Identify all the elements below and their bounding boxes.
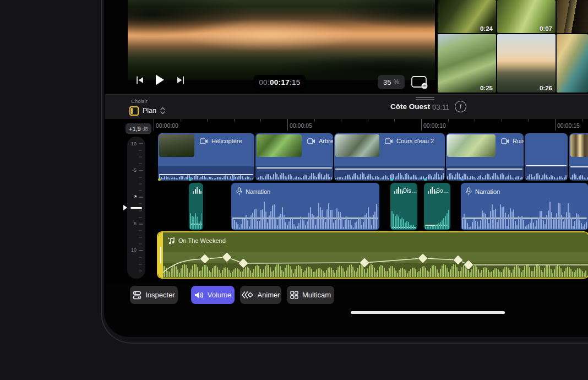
video-clip-name: Cours d'eau 2 bbox=[385, 138, 434, 144]
volume-keyframe[interactable] bbox=[222, 252, 232, 262]
clip-icon bbox=[129, 106, 139, 116]
audio-clip-waveform bbox=[232, 198, 378, 229]
camera-icon bbox=[501, 138, 509, 144]
microphone-icon bbox=[466, 187, 472, 196]
slider-tick bbox=[139, 177, 142, 178]
timecode-minsec: 00:17 bbox=[270, 78, 290, 86]
ruler-minor-tick bbox=[341, 119, 341, 122]
timecode-display[interactable]: 00:00:17:15 bbox=[254, 75, 306, 89]
clip-volume-line[interactable] bbox=[335, 169, 444, 170]
video-clip-0[interactable]: Hélicoptère bbox=[158, 133, 254, 181]
slider-tick bbox=[139, 197, 143, 198]
timecode-frames: :15 bbox=[290, 78, 301, 86]
slider-tick bbox=[139, 224, 143, 225]
info-button[interactable]: i bbox=[455, 101, 466, 112]
music-note-icon bbox=[168, 237, 175, 245]
video-clip-name: Arbre… bbox=[307, 138, 333, 144]
viewer-overlay-button[interactable] bbox=[411, 75, 428, 89]
camera-icon bbox=[200, 138, 208, 144]
timeline[interactable]: 00:00:0000:00:0500:00:1000:00:15 +1,9 dB… bbox=[105, 119, 588, 284]
slider-handle[interactable] bbox=[130, 207, 142, 209]
viewer-zoom-control[interactable]: 35 % bbox=[378, 75, 405, 89]
video-clip-thumbnail bbox=[570, 134, 588, 157]
slider-tick bbox=[139, 257, 142, 258]
skip-back-button[interactable] bbox=[135, 75, 145, 85]
browser-clip-thumbnail[interactable]: 0:24 bbox=[438, 0, 496, 33]
clip-volume-line[interactable] bbox=[570, 166, 588, 167]
browser-clip-thumbnail[interactable] bbox=[557, 34, 588, 93]
clip-volume-line[interactable] bbox=[257, 167, 332, 169]
panel-drag-handle[interactable] bbox=[416, 97, 434, 101]
clip-type-selector[interactable]: Plan bbox=[129, 105, 165, 116]
volume-value: +1,9 bbox=[129, 126, 141, 132]
video-clip-waveform bbox=[447, 171, 522, 180]
volume-keyframe[interactable] bbox=[464, 260, 473, 270]
audio-clip-waveform bbox=[391, 208, 416, 229]
ruler-major-tick bbox=[421, 119, 422, 131]
ruler-minor-tick bbox=[181, 119, 181, 122]
video-clip-waveform bbox=[570, 171, 588, 180]
ruler-minor-tick bbox=[207, 119, 208, 122]
clip-duration: 0:25 bbox=[480, 85, 493, 91]
home-indicator[interactable] bbox=[351, 311, 505, 314]
audio-clip-fx[interactable]: So… bbox=[424, 183, 450, 230]
project-title: Côte Ouest bbox=[390, 102, 430, 111]
volume-keyframe[interactable] bbox=[453, 255, 463, 265]
timeline-ruler[interactable]: 00:00:0000:00:0500:00:1000:00:15 bbox=[105, 119, 588, 133]
music-clip-on-the-weekend[interactable]: On The Weekend bbox=[158, 232, 588, 278]
browser-clip-thumbnail[interactable] bbox=[557, 0, 588, 33]
audio-clip-narration[interactable]: Narration bbox=[461, 183, 588, 230]
video-clip-1[interactable]: Arbre… bbox=[255, 133, 333, 181]
volume-keyframe[interactable] bbox=[418, 253, 428, 263]
multicam-button[interactable]: Multicam bbox=[287, 286, 334, 304]
animer-button[interactable]: Animer bbox=[240, 286, 281, 304]
audio-clip-fx[interactable] bbox=[189, 183, 203, 230]
slider-scale-label: -5 bbox=[132, 167, 137, 173]
media-browser: 0:240:070:250:26 bbox=[437, 0, 588, 93]
slider-tick bbox=[139, 203, 142, 204]
ruler-minor-tick bbox=[234, 119, 235, 122]
video-clip-partial[interactable] bbox=[525, 133, 568, 181]
play-button[interactable] bbox=[155, 74, 165, 86]
volume-keyframe[interactable] bbox=[238, 258, 248, 268]
zoom-unit: % bbox=[393, 78, 399, 86]
clip-trim-handle-left[interactable] bbox=[158, 232, 163, 278]
video-clip-3[interactable]: Ruiss… bbox=[446, 133, 524, 181]
audio-clip-narration[interactable]: Narration bbox=[231, 183, 379, 230]
volume-button[interactable]: Volume bbox=[191, 286, 235, 304]
viewer-video-frame[interactable] bbox=[128, 0, 435, 80]
audio-clip-fx[interactable]: Ois… bbox=[390, 183, 417, 230]
slider-scale-label: -10 bbox=[129, 141, 137, 146]
ruler-minor-tick bbox=[502, 119, 502, 122]
volume-keyframe[interactable] bbox=[200, 254, 210, 264]
button-label: Inspecter bbox=[145, 291, 175, 299]
video-clip-thumbnail bbox=[335, 134, 379, 157]
clip-connection-dot bbox=[158, 178, 161, 181]
slider-tick bbox=[139, 190, 142, 191]
browser-clip-thumbnail[interactable]: 0:26 bbox=[497, 34, 556, 93]
audio-clip-waveform bbox=[425, 200, 449, 229]
clip-duration: 0:24 bbox=[480, 25, 493, 32]
slider-scale-label: 5 bbox=[134, 221, 137, 226]
volume-slider[interactable]: -10-50510 bbox=[127, 137, 145, 279]
skip-forward-button[interactable] bbox=[176, 75, 185, 85]
chevron-up-down-icon bbox=[160, 107, 165, 115]
video-clip-2[interactable]: Cours d'eau 2 bbox=[334, 133, 445, 181]
slider-tick bbox=[139, 163, 142, 164]
inspecter-button[interactable]: Inspecter bbox=[130, 286, 178, 304]
slider-tick bbox=[139, 264, 142, 265]
clip-duration: 0:07 bbox=[540, 25, 552, 32]
slider-tick bbox=[139, 237, 142, 238]
browser-clip-thumbnail[interactable]: 0:07 bbox=[497, 0, 556, 33]
browser-clip-thumbnail[interactable]: 0:25 bbox=[438, 34, 496, 93]
volume-keyframe[interactable] bbox=[360, 258, 369, 268]
clip-volume-line[interactable] bbox=[526, 165, 567, 166]
clip-connection-dot bbox=[461, 178, 464, 181]
clip-volume-line[interactable] bbox=[447, 169, 522, 170]
video-clip-partial[interactable] bbox=[569, 133, 588, 181]
ruler-time-label: 00:00:15 bbox=[557, 122, 580, 129]
audio-clip-waveform bbox=[462, 198, 587, 229]
ruler-major-tick bbox=[287, 119, 288, 131]
slider-handle-arrow[interactable] bbox=[123, 205, 127, 210]
zoom-value: 35 bbox=[383, 78, 391, 86]
